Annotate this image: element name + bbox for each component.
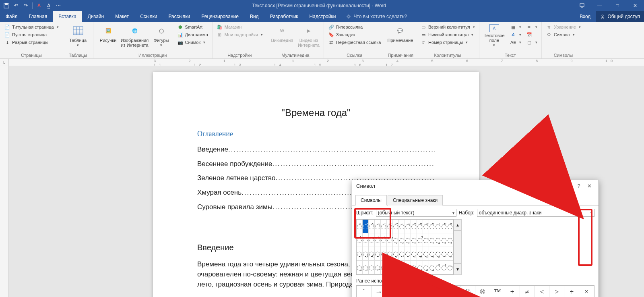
- symbol-cell[interactable]: ◌̐: [357, 233, 363, 247]
- cover-page-button[interactable]: 📄Титульная страница: [2, 23, 60, 31]
- save-icon[interactable]: [3, 2, 10, 9]
- symbol-cell[interactable]: ◌̺: [417, 261, 423, 274]
- redo-icon[interactable]: ↷: [23, 2, 29, 9]
- tab-review[interactable]: Рецензирование: [196, 11, 244, 22]
- symbol-cell[interactable]: ◌̜: [429, 233, 435, 247]
- datetime-button[interactable]: 📅: [524, 31, 539, 38]
- ribbon-options-icon[interactable]: [573, 0, 591, 11]
- dialog-titlebar[interactable]: Символ ? ✕: [352, 180, 599, 192]
- symbol-cell[interactable]: ◌̣: [375, 247, 381, 261]
- chart-button[interactable]: 📊Диаграмма: [175, 31, 210, 38]
- online-pics-button[interactable]: 🌐Изображения из Интернета: [122, 23, 147, 48]
- recent-symbol-cell[interactable]: ≤: [535, 286, 550, 297]
- recent-symbol-cell[interactable]: €: [416, 286, 431, 297]
- symbol-cell[interactable]: ◌̟: [447, 233, 453, 247]
- symbol-cell[interactable]: ◌̇: [399, 220, 405, 233]
- comment-button[interactable]: 💬Примечание: [388, 23, 413, 44]
- screenshot-button[interactable]: 📷Снимок: [175, 39, 210, 46]
- recent-symbol-cell[interactable]: ´: [357, 286, 372, 297]
- symbol-cell[interactable]: ◌̌: [429, 220, 435, 233]
- minimize-button[interactable]: —: [591, 0, 609, 11]
- symbol-cell[interactable]: ◌̉: [411, 220, 417, 233]
- font-dropdown[interactable]: (обычный текст): [376, 209, 456, 217]
- symbol-grid[interactable]: ◌̀◌́◌̂◌̃◌̄◌̅◌̆◌̇◌̈◌̉◌̊◌̋◌̌◌̍◌̎◌̏◌̐◌̑◌̒◌̓…: [356, 219, 454, 275]
- recent-symbol-cell[interactable]: ±: [505, 286, 520, 297]
- recent-symbol-cell[interactable]: ÷: [564, 286, 579, 297]
- symbol-cell[interactable]: ◌̒: [369, 233, 375, 247]
- recent-symbol-cell[interactable]: →: [372, 286, 386, 297]
- symbol-cell[interactable]: ◌̘: [405, 233, 411, 247]
- symbol-cell[interactable]: ◌̨: [405, 247, 411, 261]
- symbol-cell[interactable]: ◌̽: [435, 261, 441, 274]
- tab-file[interactable]: Файл: [0, 11, 23, 22]
- share-button[interactable]: Общий доступ: [596, 11, 644, 22]
- symbol-cell[interactable]: ◌̢: [369, 247, 375, 261]
- quickparts-button[interactable]: ▦: [508, 23, 523, 31]
- symbol-cell[interactable]: ◌̮: [441, 247, 447, 261]
- symbol-cell[interactable]: ◌̰: [357, 261, 363, 274]
- scroll-down-button[interactable]: ▾: [454, 264, 462, 275]
- symbol-cell[interactable]: ◌̠: [357, 247, 363, 261]
- tab-addins[interactable]: Надстройки: [304, 11, 342, 22]
- maximize-button[interactable]: □: [609, 0, 626, 11]
- symbol-cell[interactable]: ◌̕: [387, 233, 393, 247]
- symbol-cell[interactable]: ◌̀: [357, 220, 363, 233]
- qat-more-icon[interactable]: ⋯: [55, 2, 62, 9]
- symbol-cell[interactable]: ◌̙: [411, 233, 417, 247]
- symbol-cell[interactable]: ◌̬: [429, 247, 435, 261]
- symbol-cell[interactable]: ◌̳: [375, 261, 381, 274]
- crossref-button[interactable]: ⇄Перекрестная ссылка: [326, 39, 383, 46]
- symbol-cell[interactable]: ◌̏: [447, 220, 453, 233]
- symbol-cell[interactable]: ◌̔: [381, 233, 387, 247]
- table-button[interactable]: Таблица▾: [66, 23, 91, 48]
- shapes-button[interactable]: ◯Фигуры▾: [149, 23, 174, 48]
- ruler-vertical[interactable]: [0, 66, 9, 297]
- symbol-cell[interactable]: ◌̓: [375, 233, 381, 247]
- recent-symbol-cell[interactable]: £: [431, 286, 446, 297]
- recent-symbol-cell[interactable]: ®: [475, 286, 490, 297]
- symbol-cell[interactable]: ◌̩: [411, 247, 417, 261]
- tab-special[interactable]: Специальные знаки: [388, 195, 443, 206]
- tab-references[interactable]: Ссылки: [134, 11, 163, 22]
- symbol-cell[interactable]: ◌̡: [363, 247, 369, 261]
- recent-symbol-cell[interactable]: ≥: [549, 286, 564, 297]
- symbol-cell[interactable]: ◌̾: [441, 261, 447, 274]
- symbol-cell[interactable]: ◌̞: [441, 233, 447, 247]
- dropcap-button[interactable]: A≡: [508, 39, 523, 46]
- set-dropdown[interactable]: объединенные диакр. знаки: [477, 209, 594, 217]
- footer-button[interactable]: ▭Нижний колонтитул: [419, 31, 477, 38]
- symbol-cell[interactable]: ◌̼: [429, 261, 435, 274]
- tab-developer[interactable]: Разработчик: [264, 11, 304, 22]
- symbol-cell[interactable]: ◌̶: [393, 261, 399, 274]
- symbol-cell[interactable]: ◌̱: [363, 261, 369, 274]
- symbol-cell[interactable]: ◌̝: [435, 233, 441, 247]
- dialog-close-button[interactable]: ✕: [584, 183, 594, 189]
- smartart-button[interactable]: ⬢SmartArt: [175, 23, 210, 31]
- symbol-cell[interactable]: ◌̤: [381, 247, 387, 261]
- symbol-cell[interactable]: ◌̑: [363, 233, 369, 247]
- recent-symbol-cell[interactable]: }: [386, 286, 401, 297]
- symbol-cell[interactable]: ◌̆: [393, 220, 399, 233]
- symbol-cell[interactable]: ◌̊: [417, 220, 423, 233]
- ruler-horizontal[interactable]: 3 · · · 2 · · · 1 · · · · · · · 1 · · · …: [9, 59, 644, 66]
- recent-symbol-cell[interactable]: ×: [579, 286, 594, 297]
- symbol-cell[interactable]: ◌̻: [423, 261, 429, 274]
- symbol-cell[interactable]: ◌̍: [435, 220, 441, 233]
- sign-in[interactable]: Вход: [574, 11, 596, 22]
- recent-symbol-cell[interactable]: ©: [460, 286, 475, 297]
- page-break-button[interactable]: ⤓Разрыв страницы: [2, 39, 60, 46]
- symbol-cell[interactable]: ◌̚: [417, 233, 423, 247]
- symbol-cell[interactable]: ◌̷: [399, 261, 405, 274]
- symbol-cell[interactable]: ◌̫: [423, 247, 429, 261]
- symbol-button[interactable]: ΩСимвол: [544, 31, 582, 38]
- tab-insert[interactable]: Вставка: [53, 11, 82, 22]
- scroll-track[interactable]: [454, 231, 462, 263]
- pagenum-button[interactable]: #Номер страницы: [419, 39, 477, 46]
- recent-symbol-cell[interactable]: ™: [490, 286, 505, 297]
- font-color-icon[interactable]: A: [36, 2, 42, 9]
- tab-layout[interactable]: Макет: [109, 11, 134, 22]
- symbol-cell[interactable]: ◌̴: [381, 261, 387, 274]
- textbox-button[interactable]: AТекстовое поле▾: [482, 23, 507, 48]
- symbol-cell[interactable]: ◌̅: [387, 220, 393, 233]
- sigline-button[interactable]: ✒: [524, 23, 539, 31]
